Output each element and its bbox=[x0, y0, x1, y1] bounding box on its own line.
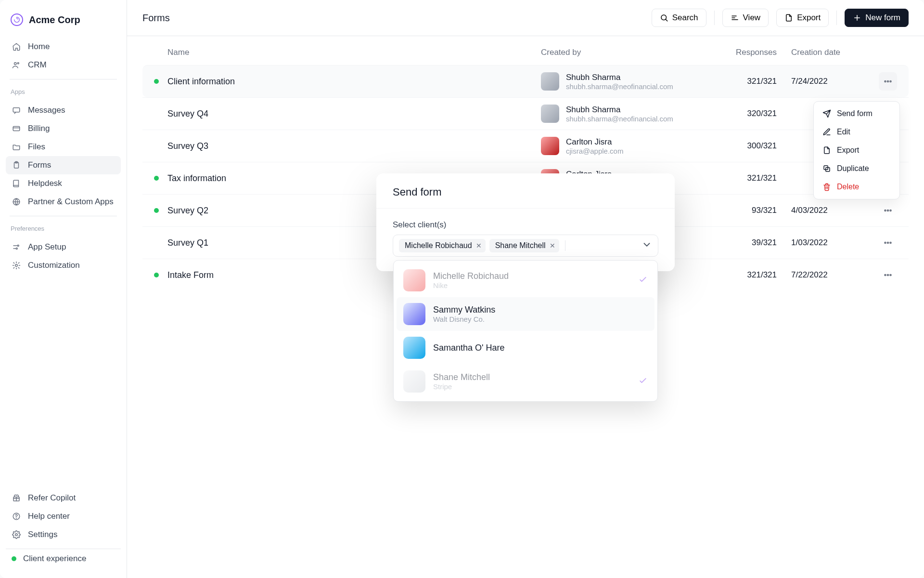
chip: Michelle Robichaud✕ bbox=[399, 239, 486, 252]
modal-title: Send form bbox=[376, 173, 675, 209]
nav-billing[interactable]: Billing bbox=[6, 119, 121, 138]
view-label: View bbox=[743, 13, 761, 23]
menu-delete[interactable]: Delete bbox=[817, 178, 897, 196]
row-context-menu: Send form Edit Export Duplicate Delete bbox=[813, 101, 900, 199]
menu-label: Edit bbox=[837, 128, 850, 136]
nav-files[interactable]: Files bbox=[6, 138, 121, 156]
responses: 93/321 bbox=[705, 206, 777, 215]
svg-point-31 bbox=[887, 242, 889, 244]
menu-duplicate[interactable]: Duplicate bbox=[817, 159, 897, 178]
avatar bbox=[541, 137, 559, 155]
dropdown-option[interactable]: Samantha O' Hare bbox=[397, 331, 654, 365]
svg-point-7 bbox=[17, 245, 19, 247]
nav-home[interactable]: Home bbox=[6, 38, 121, 56]
svg-point-33 bbox=[885, 275, 886, 276]
row-actions-button[interactable] bbox=[879, 72, 897, 91]
nav-helpdesk[interactable]: Helpdesk bbox=[6, 174, 121, 193]
svg-point-15 bbox=[885, 81, 886, 82]
nav-help-center[interactable]: Help center bbox=[6, 507, 121, 525]
nav-label: Settings bbox=[28, 530, 57, 539]
nav-label: Home bbox=[28, 42, 50, 52]
responses: 321/321 bbox=[705, 270, 777, 280]
creation-date: 7/22/2022 bbox=[777, 270, 863, 280]
view-button[interactable]: View bbox=[722, 9, 769, 27]
author-cell: Shubh Sharmashubh.sharma@neofinancial.co… bbox=[541, 105, 705, 123]
svg-point-9 bbox=[15, 264, 18, 267]
gear-icon bbox=[12, 261, 21, 270]
author-cell: Shubh Sharmashubh.sharma@neofinancial.co… bbox=[541, 72, 705, 91]
nav-label: Files bbox=[28, 142, 45, 152]
export-button[interactable]: Export bbox=[776, 9, 829, 27]
table-row[interactable]: Survey Q3Carlton Jisracjisra@apple.com30… bbox=[142, 130, 909, 162]
card-icon bbox=[12, 124, 21, 133]
file-icon bbox=[822, 146, 831, 155]
globe-icon bbox=[12, 197, 21, 207]
file-icon bbox=[784, 13, 793, 22]
svg-point-13 bbox=[15, 534, 18, 536]
option-subtitle: Nike bbox=[433, 281, 509, 289]
row-actions-button[interactable] bbox=[879, 201, 897, 220]
table-row[interactable]: Survey Q4Shubh Sharmashubh.sharma@neofin… bbox=[142, 97, 909, 130]
chip-label: Michelle Robichaud bbox=[405, 241, 472, 250]
clipboard-icon bbox=[12, 160, 21, 170]
nav-settings[interactable]: Settings bbox=[6, 525, 121, 544]
nav-section-prefs: Preferences bbox=[6, 221, 121, 236]
book-icon bbox=[12, 179, 21, 188]
edit-icon bbox=[822, 128, 831, 136]
nav-messages[interactable]: Messages bbox=[6, 101, 121, 119]
author-cell: Carlton Jisracjisra@apple.com bbox=[541, 137, 705, 155]
nav-crm[interactable]: CRM bbox=[6, 56, 121, 74]
help-icon bbox=[12, 512, 21, 521]
page-title: Forms bbox=[142, 13, 170, 24]
nav-forms[interactable]: Forms bbox=[6, 156, 121, 174]
row-actions-button[interactable] bbox=[879, 234, 897, 252]
client-multiselect[interactable]: Michelle Robichaud✕ Shane Mitchell✕ Mich… bbox=[393, 235, 658, 257]
brand-name: Acme Corp bbox=[29, 14, 80, 26]
svg-rect-3 bbox=[13, 127, 20, 131]
status-dot-icon bbox=[154, 176, 159, 181]
nav-app-setup[interactable]: App Setup bbox=[6, 238, 121, 256]
home-icon bbox=[12, 42, 21, 52]
nav-label: Helpdesk bbox=[28, 179, 62, 188]
responses: 321/321 bbox=[705, 77, 777, 86]
status-dot-icon bbox=[154, 144, 159, 148]
option-name: Shane Mitchell bbox=[433, 372, 490, 382]
row-actions-button[interactable] bbox=[879, 266, 897, 284]
author-email: shubh.sharma@neofinancial.com bbox=[566, 82, 673, 91]
status-client-experience[interactable]: Client experience bbox=[6, 549, 121, 568]
menu-edit[interactable]: Edit bbox=[817, 123, 897, 141]
brand: Acme Corp bbox=[6, 10, 121, 36]
chip-remove-icon[interactable]: ✕ bbox=[550, 242, 555, 250]
avatar bbox=[403, 269, 425, 291]
nav-customization[interactable]: Customization bbox=[6, 256, 121, 275]
option-name: Samantha O' Hare bbox=[433, 343, 505, 353]
cursor-indicator bbox=[565, 240, 565, 251]
new-form-button[interactable]: New form bbox=[845, 9, 909, 27]
table-row[interactable]: Client informationShubh Sharmashubh.shar… bbox=[142, 65, 909, 97]
menu-send-form[interactable]: Send form bbox=[817, 105, 897, 123]
menu-export[interactable]: Export bbox=[817, 141, 897, 159]
status-label: Client experience bbox=[23, 554, 86, 564]
responses: 300/321 bbox=[705, 141, 777, 151]
form-name: Survey Q3 bbox=[167, 141, 541, 151]
dropdown-option[interactable]: Shane MitchellStripe bbox=[397, 365, 654, 398]
dropdown-option[interactable]: Sammy WatkinsWalt Disney Co. bbox=[397, 297, 654, 331]
svg-point-32 bbox=[890, 242, 891, 244]
avatar bbox=[403, 370, 425, 393]
svg-point-34 bbox=[887, 275, 889, 276]
nav-label: App Setup bbox=[28, 242, 66, 252]
folder-icon bbox=[12, 142, 21, 152]
creation-date: 7/24/2022 bbox=[777, 77, 863, 86]
nav-partner-apps[interactable]: Partner & Custom Apps bbox=[6, 193, 121, 211]
table-header: Name Created by Responses Creation date bbox=[142, 40, 909, 65]
chevron-down-icon[interactable] bbox=[642, 239, 652, 252]
chip-remove-icon[interactable]: ✕ bbox=[476, 242, 482, 250]
search-button[interactable]: Search bbox=[652, 9, 706, 27]
check-icon bbox=[638, 376, 648, 387]
nav-refer-copilot[interactable]: Refer Copilot bbox=[6, 489, 121, 507]
sidebar: Acme Corp Home CRM Apps Messages Billing… bbox=[0, 0, 127, 578]
chat-icon bbox=[12, 105, 21, 115]
svg-point-17 bbox=[890, 81, 891, 82]
dropdown-option[interactable]: Michelle RobichaudNike bbox=[397, 263, 654, 297]
creation-date: 4/03/2022 bbox=[777, 206, 863, 215]
